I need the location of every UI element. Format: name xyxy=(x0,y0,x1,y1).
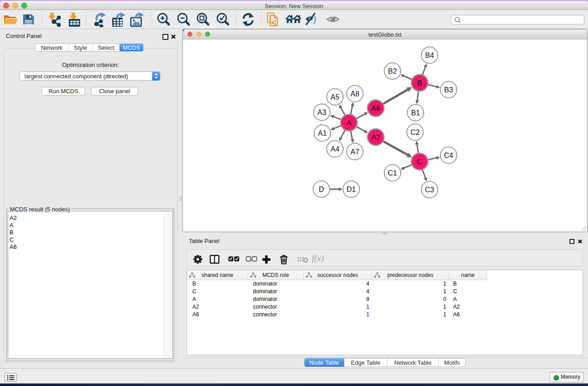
svg-text:A8: A8 xyxy=(350,90,359,98)
svg-text:C2: C2 xyxy=(411,129,420,136)
svg-text:A1: A1 xyxy=(318,129,327,137)
svg-text:D1: D1 xyxy=(347,186,356,193)
svg-text:A2: A2 xyxy=(371,133,380,141)
svg-text:C: C xyxy=(417,158,422,166)
svg-text:B4: B4 xyxy=(425,52,434,59)
svg-text:C1: C1 xyxy=(388,169,397,177)
svg-text:B: B xyxy=(417,79,422,87)
svg-text:B2: B2 xyxy=(388,67,397,75)
svg-text:A: A xyxy=(347,119,352,127)
svg-text:A4: A4 xyxy=(330,145,339,153)
svg-text:C3: C3 xyxy=(425,186,435,194)
svg-text:A6: A6 xyxy=(371,105,380,112)
svg-text:C4: C4 xyxy=(444,152,454,159)
svg-text:D: D xyxy=(319,186,324,193)
svg-text:A5: A5 xyxy=(330,93,339,101)
svg-text:A3: A3 xyxy=(317,109,326,116)
svg-text:A7: A7 xyxy=(350,148,359,156)
svg-text:B3: B3 xyxy=(444,86,453,94)
svg-text:B1: B1 xyxy=(411,109,420,117)
